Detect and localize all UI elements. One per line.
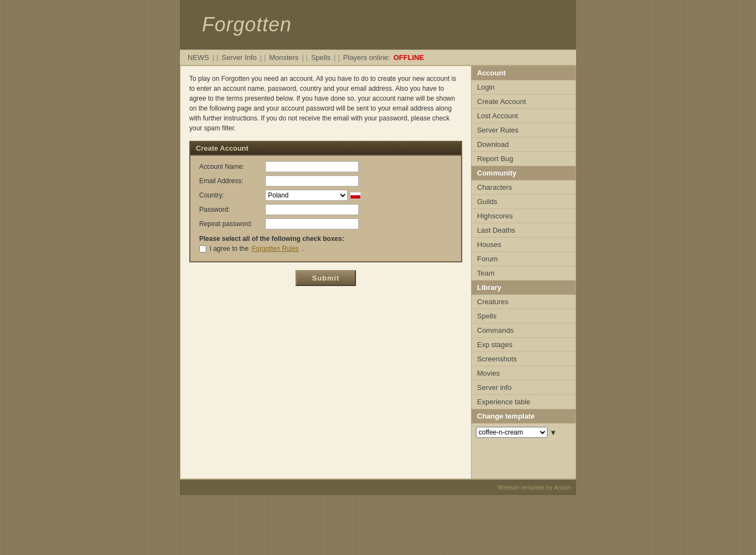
- forgotten-rules-link[interactable]: Forgotten Rules: [252, 245, 299, 252]
- submit-area: Submit: [189, 270, 462, 286]
- sidebar-experience-table[interactable]: Experience table: [472, 395, 576, 409]
- agree-checkbox[interactable]: [199, 245, 206, 252]
- sidebar-exp-stages[interactable]: Exp stages: [472, 338, 576, 352]
- password-input[interactable]: [265, 204, 359, 215]
- country-select[interactable]: Poland United States Germany Brazil: [265, 190, 348, 201]
- create-account-form: Create Account Account Name: Email Addre…: [189, 141, 462, 262]
- sidebar-section-account-header: Account: [472, 66, 576, 80]
- sidebar-spells[interactable]: Spells: [472, 309, 576, 323]
- sidebar-houses[interactable]: Houses: [472, 238, 576, 252]
- players-status: OFFLINE: [393, 53, 424, 62]
- change-template-header: Change template: [472, 409, 576, 424]
- repeat-password-row: Repeat password:: [199, 218, 452, 229]
- email-address-input[interactable]: [265, 175, 359, 186]
- agree-label: I agree to the: [210, 245, 249, 252]
- sidebar-section-community-header: Community: [472, 166, 576, 180]
- password-row: Password:: [199, 204, 452, 215]
- sidebar-characters[interactable]: Characters: [472, 180, 576, 195]
- site-title: Forgotten: [202, 13, 292, 36]
- content-area: To play on Forgotten you need an account…: [180, 65, 576, 479]
- site-header: Forgotten: [180, 0, 576, 50]
- players-online-label: Players online:: [343, 53, 390, 62]
- sidebar-login[interactable]: Login: [472, 80, 576, 95]
- sidebar-lost-account[interactable]: Lost Account: [472, 109, 576, 123]
- intro-text: To play on Forgotten you need an account…: [189, 74, 462, 133]
- sidebar-creatures[interactable]: Creatures: [472, 295, 576, 309]
- template-select-row: coffee-n-cream default ▼: [472, 424, 576, 441]
- email-address-row: Email Address:: [199, 175, 452, 186]
- nav-monsters[interactable]: Monsters: [267, 53, 300, 62]
- sidebar-movies[interactable]: Movies: [472, 366, 576, 381]
- submit-button[interactable]: Submit: [295, 270, 356, 286]
- checkbox-section-label: Please select all of the following check…: [199, 235, 452, 243]
- sidebar-guilds[interactable]: Guilds: [472, 195, 576, 209]
- sidebar-commands[interactable]: Commands: [472, 323, 576, 338]
- sidebar-last-deaths[interactable]: Last Deaths: [472, 223, 576, 238]
- sidebar-report-bug[interactable]: Report Bug: [472, 152, 576, 166]
- checkbox-section: Please select all of the following check…: [199, 235, 452, 252]
- password-label: Password:: [199, 206, 265, 213]
- nav-server-info[interactable]: Server Info: [220, 53, 259, 62]
- sidebar-server-info[interactable]: Server info: [472, 381, 576, 395]
- account-name-row: Account Name:: [199, 161, 452, 172]
- account-name-input[interactable]: [265, 161, 359, 172]
- repeat-password-input[interactable]: [265, 218, 359, 229]
- nav-bar: NEWS | | Server Info | | Monsters | | Sp…: [180, 50, 576, 65]
- footer-text: Website template by Arcsin: [498, 484, 571, 491]
- email-address-label: Email Address:: [199, 177, 265, 185]
- sidebar-section-library-header: Library: [472, 281, 576, 295]
- main-content: To play on Forgotten you need an account…: [180, 66, 471, 479]
- sidebar-download[interactable]: Download: [472, 138, 576, 152]
- sidebar-team[interactable]: Team: [472, 266, 576, 281]
- sidebar-screenshots[interactable]: Screenshots: [472, 352, 576, 366]
- sidebar-create-account[interactable]: Create Account: [472, 95, 576, 109]
- repeat-password-label: Repeat password:: [199, 220, 265, 228]
- country-label: Country:: [199, 191, 265, 199]
- sidebar: Account Login Create Account Lost Accoun…: [471, 66, 576, 479]
- form-title: Create Account: [190, 142, 461, 156]
- account-name-label: Account Name:: [199, 163, 265, 171]
- agree-row: I agree to the Forgotten Rules.: [199, 245, 452, 252]
- country-row: Country: Poland United States Germany Br…: [199, 190, 452, 201]
- nav-news[interactable]: NEWS: [185, 53, 211, 62]
- template-select[interactable]: coffee-n-cream default: [476, 427, 547, 438]
- country-select-wrapper: Poland United States Germany Brazil: [265, 190, 361, 201]
- nav-spells[interactable]: Spells: [309, 53, 332, 62]
- flag-icon: [350, 192, 361, 199]
- sidebar-forum[interactable]: Forum: [472, 252, 576, 266]
- template-select-arrow: ▼: [550, 428, 557, 437]
- sidebar-server-rules[interactable]: Server Rules: [472, 123, 576, 138]
- sidebar-highscores[interactable]: Highscores: [472, 209, 576, 223]
- footer: Website template by Arcsin: [180, 479, 576, 495]
